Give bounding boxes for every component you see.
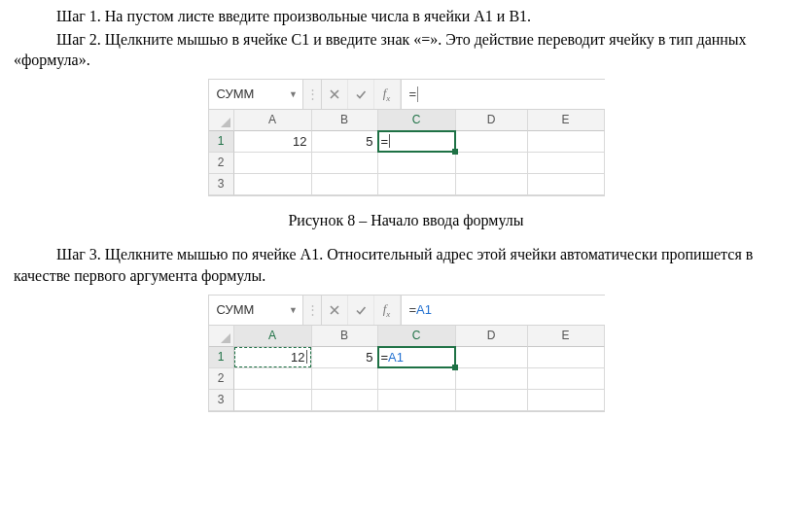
enter-button[interactable]: [348, 296, 374, 325]
cell-A2[interactable]: [234, 153, 312, 174]
cell-D2[interactable]: [456, 368, 528, 390]
row-header-1[interactable]: 1: [209, 131, 234, 153]
text-caret: [306, 350, 307, 364]
cell-B3[interactable]: [312, 174, 378, 195]
text-caret: [417, 87, 418, 102]
step3-text: Шаг 3. Щелкните мышью по ячейке A1. Отно…: [14, 244, 798, 286]
cell-C1[interactable]: =A1: [378, 347, 456, 368]
cell-A1[interactable]: 12: [234, 347, 312, 368]
col-header-E[interactable]: E: [528, 110, 605, 131]
name-box-text: СУММ: [209, 302, 285, 317]
formula-bar-drag-handle-icon[interactable]: ⋮: [303, 296, 322, 325]
cell-C1-eq: =: [381, 350, 389, 365]
spreadsheet-grid[interactable]: A B C D E 1 12 5 =A1 2: [209, 326, 605, 411]
col-header-B[interactable]: B: [312, 326, 378, 347]
col-header-C[interactable]: C: [378, 110, 456, 131]
formula-text: =: [409, 87, 417, 101]
cell-B1[interactable]: 5: [312, 347, 378, 368]
row-header-2[interactable]: 2: [209, 153, 234, 174]
cell-E3[interactable]: [528, 390, 605, 411]
insert-function-button[interactable]: fx: [374, 296, 401, 325]
name-box[interactable]: СУММ ▼: [209, 296, 303, 325]
col-header-B[interactable]: B: [312, 110, 378, 131]
name-box[interactable]: СУММ ▼: [209, 80, 303, 109]
cell-C2[interactable]: [378, 368, 456, 390]
enter-button[interactable]: [348, 80, 374, 109]
cell-B1[interactable]: 5: [312, 131, 378, 153]
col-header-D[interactable]: D: [456, 110, 528, 131]
name-box-dropdown-icon[interactable]: ▼: [285, 305, 302, 315]
cell-D3[interactable]: [456, 390, 528, 411]
row-header-3[interactable]: 3: [209, 174, 234, 195]
text-caret: [389, 134, 390, 148]
step1-text: Шаг 1. На пустом листе введите произволь…: [14, 6, 798, 27]
cancel-button[interactable]: [322, 80, 348, 109]
spreadsheet-grid[interactable]: A B C D E 1 12 5 = 2 3: [209, 110, 605, 195]
cell-B3[interactable]: [312, 390, 378, 411]
cell-E1[interactable]: [528, 131, 605, 153]
figure-8-caption: Рисунок 8 – Начало ввода формулы: [14, 210, 798, 231]
formula-bar: СУММ ▼ ⋮ fx =A1: [209, 296, 605, 326]
excel-screenshot-1: СУММ ▼ ⋮ fx = A B: [208, 79, 605, 196]
name-box-text: СУММ: [209, 87, 285, 101]
cell-E3[interactable]: [528, 174, 605, 195]
cell-C3[interactable]: [378, 174, 456, 195]
cell-C2[interactable]: [378, 153, 456, 174]
name-box-dropdown-icon[interactable]: ▼: [285, 89, 302, 99]
excel-screenshot-2: СУММ ▼ ⋮ fx =A1 A B: [208, 295, 605, 412]
cell-D1[interactable]: [456, 347, 528, 368]
cell-C1[interactable]: =: [378, 131, 456, 153]
step2-text: Шаг 2. Щелкните мышью в ячейке C1 и введ…: [14, 29, 798, 71]
row-header-3[interactable]: 3: [209, 390, 234, 411]
cell-E2[interactable]: [528, 368, 605, 390]
cell-C1-ref: A1: [388, 350, 404, 365]
formula-bar-drag-handle-icon[interactable]: ⋮: [303, 80, 322, 109]
cell-D2[interactable]: [456, 153, 528, 174]
cell-A1[interactable]: 12: [234, 131, 312, 153]
cell-C1-text: =: [381, 134, 389, 149]
fx-icon: fx: [383, 86, 391, 103]
formula-ref: A1: [416, 302, 432, 317]
insert-function-button[interactable]: fx: [374, 80, 401, 109]
col-header-E[interactable]: E: [528, 326, 605, 347]
cell-A3[interactable]: [234, 390, 312, 411]
col-header-C[interactable]: C: [378, 326, 456, 347]
formula-eq: =: [409, 302, 417, 317]
row-header-2[interactable]: 2: [209, 368, 234, 390]
select-all-corner[interactable]: [209, 326, 234, 347]
select-all-corner[interactable]: [209, 110, 234, 131]
formula-input[interactable]: =: [401, 80, 605, 109]
col-header-D[interactable]: D: [456, 326, 528, 347]
cell-B2[interactable]: [312, 368, 378, 390]
cancel-button[interactable]: [322, 296, 348, 325]
cell-A2[interactable]: [234, 368, 312, 390]
row-header-1[interactable]: 1: [209, 347, 234, 368]
cell-C3[interactable]: [378, 390, 456, 411]
cell-B2[interactable]: [312, 153, 378, 174]
col-header-A[interactable]: A: [234, 326, 312, 347]
cell-A1-text: 12: [291, 350, 304, 365]
formula-bar: СУММ ▼ ⋮ fx =: [209, 80, 605, 110]
cell-A3[interactable]: [234, 174, 312, 195]
fx-icon: fx: [383, 301, 391, 319]
cell-E2[interactable]: [528, 153, 605, 174]
cell-D3[interactable]: [456, 174, 528, 195]
check-icon: [355, 304, 367, 316]
cell-D1[interactable]: [456, 131, 528, 153]
col-header-A[interactable]: A: [234, 110, 312, 131]
check-icon: [355, 88, 367, 100]
formula-input[interactable]: =A1: [401, 296, 605, 325]
cell-E1[interactable]: [528, 347, 605, 368]
close-icon: [329, 304, 340, 316]
close-icon: [329, 88, 340, 100]
